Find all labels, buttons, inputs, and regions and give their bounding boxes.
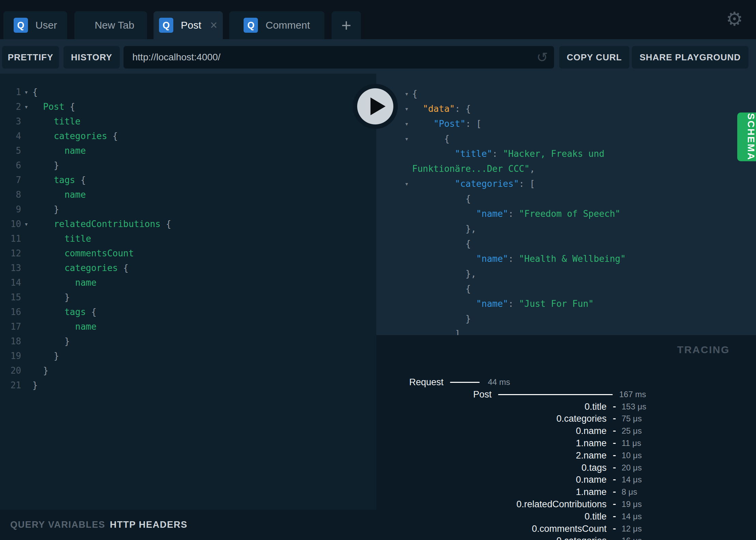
- code-text: {: [412, 131, 450, 146]
- query-line: 16 tags {: [0, 305, 376, 319]
- query-line: 4 categories {: [0, 129, 376, 144]
- tracing-row-label: 1.name: [376, 486, 607, 498]
- code-text: "Post": [: [412, 116, 482, 131]
- query-line: 8 name: [0, 188, 376, 202]
- tracing-row-label: 0.categories: [376, 412, 607, 425]
- tracing-row-value: 16 μs: [622, 535, 642, 540]
- query-line: 21}: [0, 378, 376, 393]
- tab-new-tab[interactable]: New Tab: [74, 11, 147, 39]
- code-text: }: [32, 290, 70, 305]
- fold-arrow-icon[interactable]: ▾: [402, 116, 412, 131]
- tracing-row-value: 12 μs: [622, 523, 642, 535]
- line-number: 11: [0, 231, 21, 246]
- code-text: categories {: [32, 129, 118, 144]
- response-line: },: [376, 221, 756, 236]
- line-number: 17: [0, 319, 21, 334]
- code-text: {: [412, 191, 471, 206]
- tracing-row-value: 14 μs: [622, 510, 642, 523]
- query-line: 20 }: [0, 363, 376, 378]
- tab-post[interactable]: QPost×: [154, 11, 223, 39]
- tracing-row-label: Request: [376, 376, 444, 388]
- line-number: 1: [0, 85, 21, 100]
- tab-user[interactable]: QUser: [3, 11, 67, 39]
- tracing-row-label: 0.name: [376, 425, 607, 437]
- tracing-row-value: 75 μs: [622, 412, 642, 425]
- settings-gear-icon[interactable]: ⚙: [726, 10, 743, 29]
- code-text: },: [412, 221, 476, 236]
- response-line: "name": "Just For Fun": [376, 296, 756, 311]
- line-number: 6: [0, 158, 21, 173]
- tab-strip: ⚙ QUserNew TabQPost×QComment+: [0, 0, 756, 39]
- tab-label: User: [35, 19, 57, 31]
- code-text: tags {: [32, 173, 86, 188]
- fold-arrow-icon[interactable]: ▾: [402, 131, 412, 146]
- history-button[interactable]: HISTORY: [63, 46, 120, 69]
- query-line: 3 title: [0, 114, 376, 129]
- tab-comment[interactable]: QComment: [229, 11, 324, 39]
- tracing-row: 0.categories75 μs: [376, 412, 756, 425]
- prettify-button[interactable]: PRETTIFY: [2, 46, 59, 69]
- code-text: "data": {: [412, 101, 471, 116]
- query-line: 14 name: [0, 275, 376, 290]
- response-line: "name": "Freedom of Speech": [376, 206, 756, 221]
- response-line: ▾ "categories": [: [376, 176, 756, 191]
- response-lines: ▾{▾ "data": {▾ "Post": [▾ { "title": "Ha…: [376, 86, 756, 335]
- fold-arrow-icon[interactable]: ▾: [21, 100, 31, 114]
- line-number: 7: [0, 173, 21, 188]
- response-line: "name": "Health & Wellbeing": [376, 251, 756, 266]
- query-editor-pane[interactable]: 1▾{2▾ Post {3 title4 categories {5 name6…: [0, 74, 376, 510]
- tracing-row: 0.categories16 μs: [376, 535, 756, 540]
- tracing-row: 0.title153 μs: [376, 401, 756, 413]
- tracing-row-value: 25 μs: [622, 425, 642, 437]
- execute-button[interactable]: [353, 84, 398, 129]
- share-playground-button[interactable]: SHARE PLAYGROUND: [632, 46, 748, 69]
- query-line: 6 }: [0, 158, 376, 173]
- code-text: name: [32, 319, 97, 334]
- endpoint-url-input[interactable]: [123, 46, 554, 69]
- fold-arrow-icon[interactable]: ▾: [21, 217, 31, 231]
- response-line: }: [376, 311, 756, 326]
- tab-label: New Tab: [94, 19, 134, 31]
- code-text: Post {: [32, 100, 75, 114]
- query-line: 7 tags {: [0, 173, 376, 188]
- code-text: }: [412, 311, 471, 326]
- tracing-row-value: 11 μs: [622, 437, 641, 449]
- code-text: }: [32, 363, 48, 378]
- code-text: Funktionäre...Der CCC",: [412, 161, 535, 176]
- schema-sidetab[interactable]: SCHEMA: [737, 112, 756, 161]
- new-tab-button[interactable]: +: [332, 11, 361, 39]
- tab-label: Post: [181, 19, 201, 31]
- refresh-schema-icon[interactable]: ↺: [536, 49, 548, 65]
- code-text: title: [32, 231, 91, 246]
- toolbar: PRETTIFY HISTORY ↺ COPY CURL SHARE PLAYG…: [0, 39, 756, 74]
- code-text: },: [412, 266, 476, 281]
- tracing-duration-bar: [613, 443, 616, 444]
- line-number: 9: [0, 202, 21, 217]
- tracing-row: 0.commentsCount12 μs: [376, 523, 756, 535]
- fold-arrow-icon[interactable]: ▾: [21, 85, 31, 100]
- line-number: 13: [0, 261, 21, 275]
- tracing-row-label: 0.commentsCount: [376, 523, 607, 535]
- response-line: Funktionäre...Der CCC",: [376, 161, 756, 176]
- tracing-row-label: Post: [376, 388, 492, 401]
- query-line: 5 name: [0, 144, 376, 158]
- tab-label: Comment: [265, 19, 310, 31]
- fold-arrow-icon[interactable]: ▾: [402, 176, 412, 191]
- code-text: {: [32, 85, 38, 100]
- tracing-row-value: 167 ms: [619, 388, 646, 401]
- endpoint-url-bar: ↺: [123, 46, 554, 69]
- line-number: 10: [0, 217, 21, 231]
- copy-curl-button[interactable]: COPY CURL: [559, 46, 629, 69]
- tracing-duration-bar: [613, 455, 616, 456]
- tracing-duration-bar: [613, 516, 616, 517]
- close-icon[interactable]: ×: [210, 19, 217, 31]
- fold-arrow-icon[interactable]: ▾: [402, 101, 412, 116]
- http-headers-tab[interactable]: HTTP HEADERS: [110, 510, 188, 540]
- line-number: 2: [0, 100, 21, 114]
- line-number: 8: [0, 188, 21, 202]
- query-variables-tab[interactable]: QUERY VARIABLES: [10, 510, 105, 540]
- fold-arrow-icon[interactable]: ▾: [402, 86, 412, 101]
- code-text: {: [412, 86, 418, 101]
- tracing-row: 0.name25 μs: [376, 425, 756, 437]
- tracing-duration-bar: [613, 479, 616, 480]
